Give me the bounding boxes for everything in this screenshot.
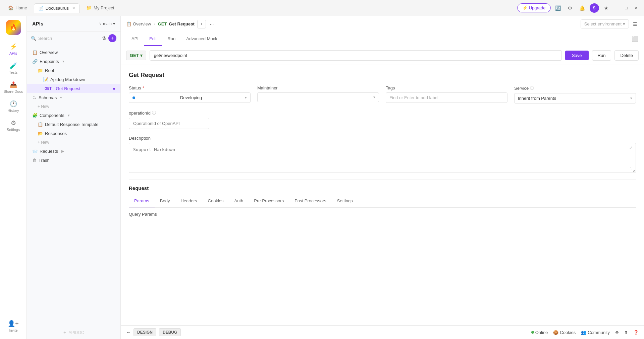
- bottom-right: Online 🍪 Cookies 👥 Community ⊕ ⬆ ❓: [531, 330, 639, 335]
- expand-icon[interactable]: ⤢: [629, 145, 633, 150]
- run-button[interactable]: Run: [592, 50, 611, 61]
- endpoints-label: Endpoints: [40, 59, 59, 64]
- split-view-icon[interactable]: ⬜: [632, 36, 639, 42]
- bookmark-icon[interactable]: ★: [602, 3, 611, 13]
- tab-api[interactable]: API: [126, 32, 144, 46]
- maintainer-label: Maintainer: [257, 85, 379, 90]
- minimize-button[interactable]: −: [614, 5, 621, 11]
- tree-item-schemas[interactable]: 🗂 Schemas ▾: [27, 93, 120, 102]
- delete-button[interactable]: Delete: [614, 50, 639, 61]
- request-tab-params[interactable]: Params: [129, 195, 155, 207]
- filter-icon[interactable]: ⚗: [102, 36, 106, 41]
- more-options-button[interactable]: ···: [209, 20, 215, 28]
- maximize-button[interactable]: □: [623, 5, 630, 11]
- upgrade-button[interactable]: ⚡ Upgrade: [517, 3, 551, 12]
- url-input[interactable]: [150, 50, 562, 61]
- tree-item-components[interactable]: 🧩 Components ▾: [27, 111, 120, 120]
- request-tab-auth[interactable]: Auth: [229, 195, 249, 207]
- request-tab-post-processors[interactable]: Post Processors: [289, 195, 332, 207]
- tab-close-docusaurus[interactable]: ✕: [72, 6, 75, 10]
- settings-icon[interactable]: ⚙: [566, 3, 575, 13]
- status-field: Status * Developing ▾: [129, 85, 251, 104]
- tree-item-new-component[interactable]: + New: [27, 138, 120, 147]
- tags-input[interactable]: Find or Enter to add label: [386, 92, 507, 103]
- overview-label: Overview: [40, 50, 58, 55]
- tree-item-endpoints[interactable]: 🔗 Endpoints ▾: [27, 57, 120, 66]
- tab-edit[interactable]: Edit: [144, 32, 162, 46]
- sidebar-item-invite[interactable]: 👤+ Invite: [8, 317, 19, 335]
- section-title: Get Request: [129, 72, 636, 79]
- tree-item-responses[interactable]: 📂 Responses: [27, 129, 120, 138]
- tab-run[interactable]: Run: [162, 32, 181, 46]
- resize-handle[interactable]: ⋱: [630, 167, 634, 172]
- request-tab-body[interactable]: Body: [155, 195, 175, 207]
- active-indicator: [113, 88, 115, 90]
- service-selector[interactable]: Inherit from Parents ▾: [514, 93, 636, 104]
- tree-item-requests[interactable]: 📨 Requests ▶: [27, 147, 120, 156]
- home-tab-icon: 🏠: [8, 5, 13, 10]
- top-bar-actions: Select environment ▾ ☰: [581, 19, 639, 28]
- status-value: Developing: [180, 95, 202, 100]
- overview-breadcrumb[interactable]: 📋 Overview: [126, 21, 151, 26]
- refresh-icon[interactable]: 🔄: [553, 3, 563, 13]
- community-button[interactable]: 👥 Community: [581, 330, 610, 335]
- tree-item-apidog-markdown[interactable]: 📝 Apidog Markdown: [27, 75, 120, 84]
- components-label: Components: [40, 113, 64, 118]
- operation-input[interactable]: [129, 118, 209, 129]
- request-tab-settings[interactable]: Settings: [332, 195, 358, 207]
- layout-icon[interactable]: ☰: [632, 20, 639, 28]
- design-button[interactable]: DESIGN: [133, 328, 156, 336]
- maintainer-selector[interactable]: ▾: [257, 92, 379, 102]
- add-tab-button[interactable]: +: [197, 20, 206, 28]
- request-tab-pre-processors[interactable]: Pre Processors: [249, 195, 289, 207]
- tree-item-default-response[interactable]: 📋 Default Response Template: [27, 120, 120, 129]
- notification-icon[interactable]: 🔔: [578, 3, 587, 13]
- sidebar-item-share-docs[interactable]: 📤 Share Docs: [0, 78, 26, 96]
- tree-item-new-schema[interactable]: + New: [27, 102, 120, 111]
- branch-label: main: [103, 21, 112, 26]
- status-chevron-icon: ▾: [245, 95, 247, 100]
- add-person-icon[interactable]: ⊕: [615, 330, 619, 335]
- apis-icon: ⚡: [10, 43, 17, 50]
- cookies-button[interactable]: 🍪 Cookies: [553, 330, 576, 335]
- save-button[interactable]: Save: [565, 51, 589, 60]
- schemas-label: Schemas: [39, 95, 57, 100]
- sidebar-item-tests[interactable]: 🧪 Tests: [0, 59, 26, 77]
- debug-button[interactable]: DEBUG: [159, 328, 181, 336]
- request-tab-headers[interactable]: Headers: [175, 195, 202, 207]
- tree-item-overview[interactable]: 📋 Overview: [27, 48, 120, 57]
- share-docs-icon: 📤: [10, 81, 17, 88]
- add-new-button[interactable]: +: [108, 34, 116, 42]
- operation-section: operationId ⓘ: [129, 110, 636, 129]
- requests-icon: 📨: [32, 149, 38, 154]
- service-label: Service ⓘ: [514, 85, 636, 91]
- app-container: 🔥 ⚡ APIs 🧪 Tests 📤 Share Docs 🕐 History …: [0, 16, 644, 339]
- tab-advanced-mock[interactable]: Advanced Mock: [181, 32, 223, 46]
- upload-icon[interactable]: ⬆: [624, 330, 628, 335]
- tab-docusaurus[interactable]: 📄 Docusaurus ✕: [34, 3, 79, 13]
- new-schema-label: + New: [38, 104, 49, 109]
- environment-selector[interactable]: Select environment ▾: [581, 19, 629, 28]
- help-icon[interactable]: ❓: [633, 330, 639, 335]
- sidebar-item-history[interactable]: 🕐 History: [0, 97, 26, 115]
- close-button[interactable]: ✕: [632, 5, 640, 11]
- description-textarea[interactable]: [129, 143, 636, 173]
- sidebar-item-settings[interactable]: ⚙ Settings: [0, 117, 26, 134]
- request-tab-cookies[interactable]: Cookies: [203, 195, 229, 207]
- request-section: Request Params Body Headers Cookies: [129, 180, 636, 219]
- user-avatar[interactable]: S: [590, 3, 599, 13]
- tree-item-root[interactable]: 📁 Root: [27, 66, 120, 75]
- tab-myproject[interactable]: 📁 My Project: [82, 3, 118, 12]
- online-status[interactable]: Online: [531, 330, 548, 335]
- status-selector[interactable]: Developing ▾: [129, 92, 251, 103]
- method-selector[interactable]: GET ▾: [126, 51, 146, 60]
- required-star: *: [143, 85, 144, 90]
- tree-item-trash[interactable]: 🗑 Trash: [27, 156, 120, 165]
- search-input[interactable]: [38, 36, 100, 41]
- branch-selector[interactable]: ⑂ main ▾: [99, 21, 115, 26]
- upload-glyph: ⬆: [624, 330, 628, 335]
- sidebar-item-apis[interactable]: ⚡ APIs: [0, 40, 26, 58]
- back-button[interactable]: ←: [126, 330, 131, 335]
- tree-item-get-request[interactable]: GET Get Request: [27, 84, 120, 93]
- tab-home[interactable]: 🏠 Home: [4, 3, 31, 12]
